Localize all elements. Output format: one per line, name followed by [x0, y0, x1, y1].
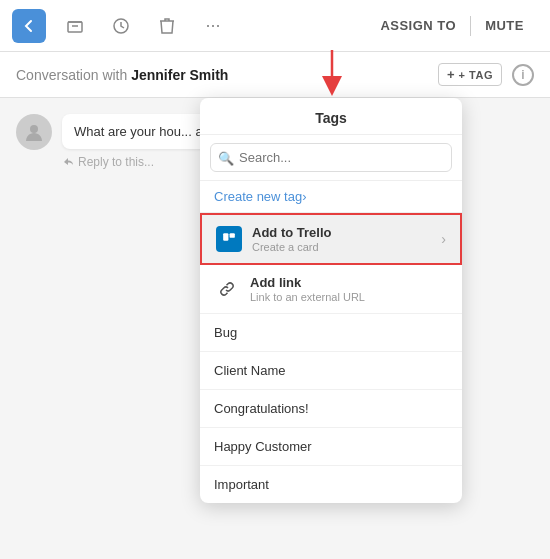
tags-search-input[interactable] — [210, 143, 452, 172]
tag-item-bug[interactable]: Bug — [200, 314, 462, 352]
info-button[interactable]: i — [512, 64, 534, 86]
contact-name: Jennifer Smith — [131, 67, 228, 83]
contact-avatar — [16, 114, 52, 150]
archive-button[interactable] — [58, 9, 92, 43]
tag-button[interactable]: + + TAG — [438, 63, 502, 86]
trello-chevron-icon: › — [441, 231, 446, 247]
plus-icon: + — [447, 67, 455, 82]
tag-item-important[interactable]: Important — [200, 466, 462, 503]
assign-to-button[interactable]: ASSIGN TO — [366, 12, 470, 39]
tag-item-congratulations[interactable]: Congratulations! — [200, 390, 462, 428]
tag-item-happy-customer[interactable]: Happy Customer — [200, 428, 462, 466]
trello-icon — [216, 226, 242, 252]
tags-search-container: 🔍 — [200, 135, 462, 181]
clock-button[interactable] — [104, 9, 138, 43]
mute-button[interactable]: MUTE — [471, 12, 538, 39]
tag-item-client-name[interactable]: Client Name — [200, 352, 462, 390]
link-icon — [214, 276, 240, 302]
conversation-title: Conversation with Jennifer Smith — [16, 67, 430, 83]
add-link-tag-item[interactable]: Add link Link to an external URL — [200, 265, 462, 314]
trello-item-desc: Create a card — [252, 241, 441, 253]
trash-button[interactable] — [150, 9, 184, 43]
toolbar-right: ASSIGN TO MUTE — [366, 12, 538, 39]
more-button[interactable]: ··· — [196, 9, 230, 43]
reply-label: Reply to this... — [78, 155, 154, 169]
conversation-prefix: Conversation with — [16, 67, 131, 83]
search-icon: 🔍 — [218, 150, 234, 165]
tag-button-label: + TAG — [459, 69, 493, 81]
toolbar: ··· ASSIGN TO MUTE — [0, 0, 550, 52]
trello-item-text: Add to Trello Create a card — [252, 225, 441, 253]
svg-rect-3 — [223, 233, 228, 241]
tags-header: Tags — [200, 98, 462, 135]
create-new-tag-link[interactable]: Create new tag› — [200, 181, 462, 213]
tags-list: Create new tag› Add to Trello Create a c… — [200, 181, 462, 503]
link-item-name: Add link — [250, 275, 448, 290]
back-button[interactable] — [12, 9, 46, 43]
tags-dropdown: Tags 🔍 Create new tag› Add to Trello Cre… — [200, 98, 462, 503]
svg-rect-0 — [68, 22, 82, 32]
trello-item-name: Add to Trello — [252, 225, 441, 240]
link-item-desc: Link to an external URL — [250, 291, 448, 303]
link-item-text: Add link Link to an external URL — [250, 275, 448, 303]
trello-tag-item[interactable]: Add to Trello Create a card › — [200, 213, 462, 265]
svg-rect-4 — [230, 233, 235, 238]
svg-point-2 — [30, 125, 38, 133]
conversation-header: Conversation with Jennifer Smith + + TAG… — [0, 52, 550, 98]
